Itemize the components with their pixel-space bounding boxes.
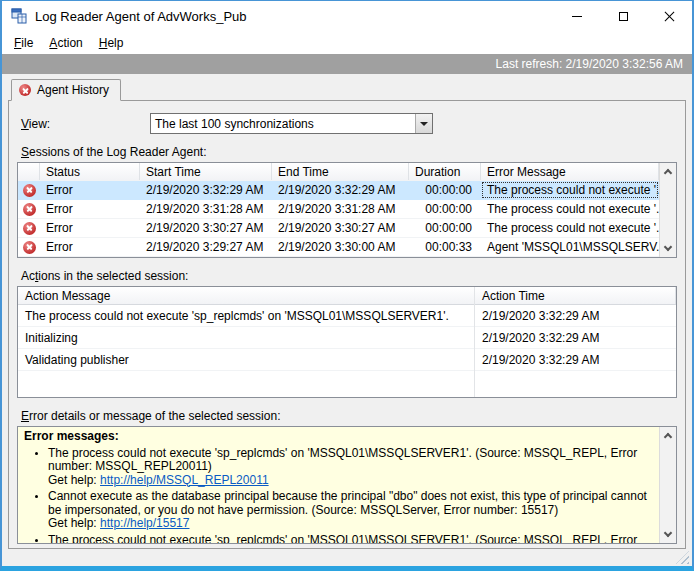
get-help-prefix: Get help: [48,473,97,487]
scroll-down-button[interactable] [660,241,676,257]
close-button[interactable] [646,1,692,31]
tab-strip: Agent History [8,79,686,100]
menu-bar: File Action Help [2,31,692,54]
maximize-button[interactable] [600,1,646,31]
title-bar: Log Reader Agent of AdvWorks_Pub [2,1,692,31]
action-row[interactable]: Validating publisher 2/19/2020 3:32:29 A… [18,349,676,371]
last-refresh-text: Last refresh: 2/19/2020 3:32:56 AM [496,57,683,71]
session-row[interactable]: Error 2/19/2020 3:29:27 AM 2/19/2020 3:3… [18,238,659,257]
error-details-label: Error details or message of the selected… [21,409,677,423]
session-row[interactable]: Error 2/19/2020 3:32:29 AM 2/19/2020 3:3… [18,181,659,200]
chevron-down-icon [664,243,672,251]
error-message-item: Cannot execute as the database principal… [33,490,655,531]
bullet-icon [35,495,38,498]
col-header-action-time[interactable]: Action Time [475,287,676,304]
error-icon [23,184,36,197]
tab-label: Agent History [37,83,109,97]
action-row[interactable]: The process could not execute 'sp_replcm… [18,305,676,327]
tab-agent-history[interactable]: Agent History [11,79,121,101]
close-icon [664,11,675,22]
sessions-grid-main: Status Start Time End Time Duration Erro… [18,163,659,257]
resize-grip[interactable] [676,551,689,564]
content-area: Agent History View: The last 100 synchro… [2,74,692,566]
error-text: The process could not execute 'sp_replcm… [48,534,655,544]
log-reader-agent-window: Log Reader Agent of AdvWorks_Pub File Ac… [0,0,694,571]
help-link[interactable]: http://help/MSSQL_REPL20011 [100,473,269,487]
scroll-up-button[interactable] [660,427,676,443]
error-text: Cannot execute as the database principal… [48,489,647,517]
chevron-down-icon [664,529,672,537]
help-link[interactable]: http://help/15517 [100,516,189,530]
col-header-end-time[interactable]: End Time [272,163,409,180]
scroll-up-button[interactable] [660,163,676,179]
actions-label: Actions in the selected session: [21,269,677,283]
column-divider [474,287,475,397]
maximize-icon [619,12,628,21]
sessions-scrollbar[interactable] [659,163,676,257]
actions-header-row: Action Message Action Time [18,287,676,305]
col-header-duration[interactable]: Duration [409,163,481,180]
col-header-status[interactable]: Status [40,163,140,180]
window-title: Log Reader Agent of AdvWorks_Pub [35,9,247,24]
menu-action[interactable]: Action [41,31,90,54]
actions-grid-main: Action Message Action Time The process c… [18,287,676,397]
menu-file[interactable]: File [6,31,41,54]
refresh-status-bar: Last refresh: 2/19/2020 3:32:56 AM [2,54,692,74]
error-messages-title: Error messages: [24,430,655,444]
window-controls [554,1,692,31]
sessions-grid: Status Start Time End Time Duration Erro… [17,162,677,258]
error-icon [23,241,36,254]
chevron-up-icon [664,169,672,177]
error-status-icon [19,84,31,96]
get-help-prefix: Get help: [48,516,97,530]
chevron-up-icon [664,433,672,441]
view-dropdown-value: The last 100 synchronizations [151,117,415,131]
view-dropdown[interactable]: The last 100 synchronizations [150,113,433,134]
actions-grid: Action Message Action Time The process c… [17,286,677,398]
error-messages-content: Error messages: The process could not ex… [18,427,659,543]
replication-agent-icon [11,8,27,24]
error-text: The process could not execute 'sp_replcm… [48,446,637,474]
error-message-item: The process could not execute 'sp_replcm… [33,447,655,488]
minimize-icon [572,16,582,17]
chevron-down-icon [420,122,428,126]
col-header-action-message[interactable]: Action Message [18,287,475,304]
error-icon [23,222,36,235]
error-message-item: The process could not execute 'sp_replcm… [33,534,655,544]
error-box-scrollbar[interactable] [659,427,676,543]
action-row[interactable]: Initializing 2/19/2020 3:32:29 AM [18,327,676,349]
menu-help[interactable]: Help [91,31,132,54]
col-header-start-time[interactable]: Start Time [140,163,272,180]
bullet-icon [35,539,38,542]
session-row[interactable]: Error 2/19/2020 3:31:28 AM 2/19/2020 3:3… [18,200,659,219]
sessions-label: Sessions of the Log Reader Agent: [21,145,677,159]
error-icon [23,203,36,216]
view-label: View: [21,117,150,131]
col-header-icon[interactable] [18,163,40,180]
col-header-error-message[interactable]: Error Message [481,163,659,180]
minimize-button[interactable] [554,1,600,31]
bullet-icon [35,452,38,455]
agent-history-panel: View: The last 100 synchronizations Sess… [8,100,686,549]
scroll-down-button[interactable] [660,527,676,543]
dropdown-arrow-button[interactable] [415,114,432,133]
view-row: View: The last 100 synchronizations [21,113,677,134]
sessions-header-row: Status Start Time End Time Duration Erro… [18,163,659,181]
error-details-box: Error messages: The process could not ex… [17,426,677,544]
session-row[interactable]: Error 2/19/2020 3:30:27 AM 2/19/2020 3:3… [18,219,659,238]
